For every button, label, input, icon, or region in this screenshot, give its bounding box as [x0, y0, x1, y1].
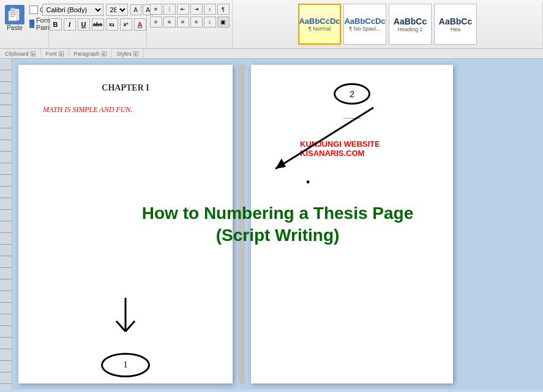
page-right: 2 ——— KUNJUNGI WEBSITE KISANARIS.COM •: [251, 65, 453, 383]
page-number-right: 2: [350, 89, 354, 99]
toolbar: Paste Copy Format Painter Calibri (Body)…: [0, 0, 543, 49]
paragraph-row1: ≡ ⋮ ⇤ ⇥ ↕ ¶: [150, 4, 230, 15]
font-label: Font ▾: [41, 49, 69, 58]
paste-button[interactable]: Paste: [4, 4, 26, 32]
clipboard-label: Clipboard ▾: [0, 49, 41, 58]
scribble-text: ———: [275, 114, 429, 121]
clipboard-expand-icon[interactable]: ▾: [31, 51, 36, 56]
svg-line-8: [125, 321, 135, 331]
style-nospace[interactable]: AaBbCcDc ¶ No Spaci...: [343, 4, 386, 45]
bullets-button[interactable]: ≡: [150, 4, 162, 15]
style-normal[interactable]: AaBbCcDc ¶ Normal: [298, 4, 341, 45]
justify-button[interactable]: ≡: [190, 17, 203, 28]
font-grow-button[interactable]: A: [130, 4, 141, 15]
page-num-oval-left: 1: [101, 353, 150, 377]
sort-button[interactable]: ↕: [204, 4, 216, 15]
font-controls-row2: B I U abc x₂ x² A: [50, 18, 146, 31]
style-heading1[interactable]: AaBbCc Heading 1: [389, 4, 432, 45]
style-h2-label: Hea: [451, 26, 461, 32]
italic-button[interactable]: I: [64, 18, 76, 31]
show-formatting-button[interactable]: ¶: [217, 4, 230, 15]
svg-rect-2: [11, 8, 15, 10]
chapter-subtitle: MATH IS SIMPLE AND FUN.: [43, 105, 208, 114]
svg-rect-4: [10, 14, 16, 15]
style-h1-preview: AaBbCc: [394, 17, 427, 26]
font-name-select[interactable]: Calibri (Body): [42, 4, 103, 16]
superscript-button[interactable]: x²: [120, 18, 132, 31]
copy-icon: [29, 6, 38, 14]
font-controls-row1: Calibri (Body) 28 A A: [42, 4, 154, 16]
chapter-title: CHAPTER I: [43, 83, 208, 93]
format-painter-icon: [29, 20, 34, 28]
align-left-button[interactable]: ≡: [150, 17, 162, 28]
paragraph-row2: ≡ ≡ ≡ ≡ ↕ ▣: [150, 17, 230, 28]
paragraph-section: ≡ ⋮ ⇤ ⇥ ↕ ¶ ≡ ≡ ≡ ≡ ↕ ▣: [147, 1, 233, 47]
page-left: CHAPTER I MATH IS SIMPLE AND FUN. 1: [18, 65, 233, 383]
font-size-select[interactable]: 28: [106, 4, 128, 16]
styles-label: Styles ▾: [112, 49, 144, 58]
strikethrough-button[interactable]: abc: [92, 18, 104, 31]
outdent-button[interactable]: ⇤: [177, 4, 189, 15]
page-number-bottom: 1: [18, 353, 233, 377]
styles-section: AaBbCcDc ¶ Normal AaBbCcDc ¶ No Spaci...…: [233, 1, 543, 47]
page-num-top-container: 2: [275, 83, 429, 111]
arrow-down-svg: [107, 298, 144, 347]
styles-expand-icon[interactable]: ▾: [133, 51, 138, 56]
page-num-oval-right: 2: [334, 83, 370, 105]
left-ruler: [0, 59, 12, 390]
paragraph-expand-icon[interactable]: ▾: [102, 51, 107, 56]
bullet-point: •: [275, 176, 429, 189]
svg-rect-3: [10, 12, 16, 13]
subscript-button[interactable]: x₂: [106, 18, 118, 31]
style-heading2[interactable]: AaBbCc Hea: [434, 4, 477, 45]
style-h1-label: Heading 1: [397, 26, 422, 32]
font-expand-icon[interactable]: ▾: [59, 51, 64, 56]
indent-button[interactable]: ⇥: [190, 4, 203, 15]
arrow-down-container: [107, 298, 144, 347]
style-normal-preview: AaBbCcDc: [299, 17, 340, 26]
font-section: Calibri (Body) 28 A A B I U abc x₂ x² A: [49, 1, 147, 47]
paragraph-label: Paragraph ▾: [69, 49, 112, 58]
align-right-button[interactable]: ≡: [177, 17, 189, 28]
page-left-content: CHAPTER I MATH IS SIMPLE AND FUN. 1: [18, 65, 233, 383]
paste-label: Paste: [7, 24, 23, 31]
left-ruler-marks: [0, 59, 12, 390]
page-right-content: 2 ——— KUNJUNGI WEBSITE KISANARIS.COM •: [251, 65, 453, 383]
line-spacing-button[interactable]: ↕: [204, 17, 216, 28]
styles-row: AaBbCcDc ¶ Normal AaBbCcDc ¶ No Spaci...…: [298, 4, 477, 45]
align-center-button[interactable]: ≡: [163, 17, 176, 28]
content-area[interactable]: CHAPTER I MATH IS SIMPLE AND FUN. 1: [12, 59, 543, 390]
font-color-button[interactable]: A: [134, 18, 146, 31]
numbering-button[interactable]: ⋮: [163, 4, 176, 15]
style-nospace-label: ¶ No Spaci...: [349, 26, 380, 32]
main-area: CHAPTER I MATH IS SIMPLE AND FUN. 1: [0, 59, 543, 390]
paste-icon: [5, 5, 24, 24]
svg-rect-5: [10, 16, 14, 17]
style-normal-label: ¶ Normal: [309, 26, 331, 32]
style-nospace-preview: AaBbCcDc: [344, 17, 385, 26]
page-number-left: 1: [124, 360, 128, 370]
toolbar-labels-row: Clipboard ▾ Font ▾ Paragraph ▾ Styles ▾: [0, 49, 543, 59]
style-h2-preview: AaBbCc: [439, 17, 472, 26]
shading-button[interactable]: ▣: [217, 17, 230, 28]
page-divider: [239, 65, 245, 383]
bold-button[interactable]: B: [50, 18, 62, 31]
underline-button[interactable]: U: [78, 18, 90, 31]
website-text: KUNJUNGI WEBSITE KISANARIS.COM: [275, 139, 429, 158]
svg-line-7: [116, 321, 125, 331]
